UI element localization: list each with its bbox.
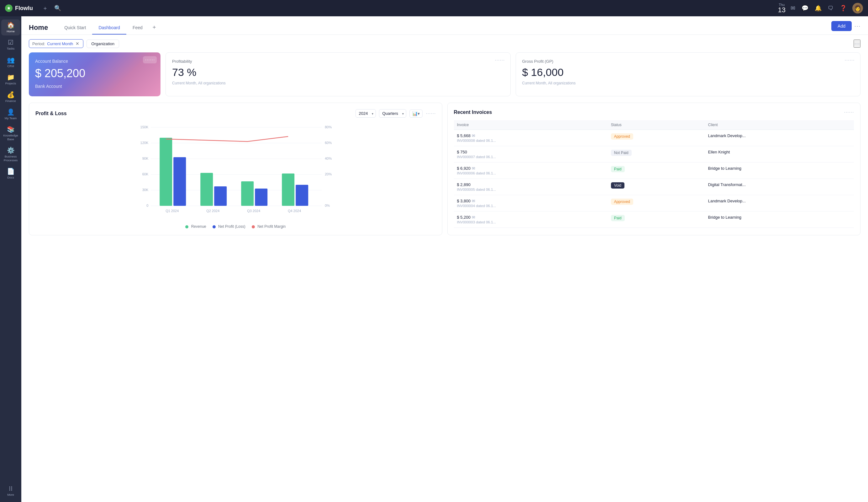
filter-more-btn[interactable]: ⋯ <box>854 40 860 48</box>
q1-profit-bar <box>173 157 186 206</box>
chat-icon-btn[interactable]: 💬 <box>799 3 811 13</box>
invoices-options-btn[interactable]: ⋯⋯ <box>844 109 854 115</box>
svg-text:40%: 40% <box>325 157 332 160</box>
chart-svg-container: 150K 120K 90K 60K 30K 0 80% 60% 40% 20% … <box>35 123 436 221</box>
header-more-button[interactable]: ⋯ <box>854 22 860 30</box>
year-select-wrap: 202420232022 <box>355 109 376 118</box>
svg-text:0%: 0% <box>325 204 330 208</box>
sidebar-item-myteam[interactable]: 👤 My Team <box>1 106 20 122</box>
sidebar-label-docs: Docs <box>7 176 14 179</box>
svg-text:80%: 80% <box>325 125 332 129</box>
mail-icon-btn[interactable]: ✉ <box>788 3 798 13</box>
mail-icon: ✉ <box>472 215 475 220</box>
docs-icon: 📄 <box>7 168 15 174</box>
org-filter-btn[interactable]: Organization <box>86 40 119 48</box>
sidebar-item-projects[interactable]: 📁 Projects <box>1 71 20 88</box>
logo-icon <box>5 4 12 12</box>
invoices-title: Recent Invoices <box>454 110 844 115</box>
profit-meta: Current Month, All organizations <box>172 81 504 86</box>
user-avatar[interactable]: 👩 <box>852 3 863 13</box>
sidebar-item-finance[interactable]: 💰 Finance <box>1 89 20 105</box>
invoice-id: INV000008 dated 06.1... <box>457 139 605 142</box>
chart-type-btn[interactable]: 📊▾ <box>410 110 423 118</box>
revenue-dot <box>185 225 188 228</box>
q4-label: Q4 2024 <box>288 209 301 213</box>
profit-label: Profitability <box>172 59 504 64</box>
sidebar-label-tasks: Tasks <box>7 47 14 50</box>
account-card-options[interactable]: ⋯⋯ <box>143 56 157 63</box>
q4-profit-bar <box>296 185 308 206</box>
svg-text:0: 0 <box>146 204 148 208</box>
mail-icon: ✉ <box>472 166 475 171</box>
period-select-wrap: QuartersMonths <box>379 109 406 118</box>
invoice-row[interactable]: $ 2,890 INV000005 dated 06.1... Void Dig… <box>454 179 854 195</box>
profit-card-options[interactable]: ⋯⋯ <box>493 57 507 64</box>
status-badge: Paid <box>611 166 625 172</box>
q2-label: Q2 2024 <box>206 209 219 213</box>
add-dashboard-button[interactable]: Add <box>831 21 852 31</box>
revenue-label: Revenue <box>191 224 206 229</box>
invoices-thead: Invoice Status Client <box>454 120 854 130</box>
sidebar-item-more[interactable]: ⁞⁞ More <box>1 483 20 499</box>
tab-quickstart[interactable]: Quick Start <box>58 21 92 34</box>
tab-dashboard[interactable]: Dashboard <box>92 21 126 34</box>
client-cell: Ellen Knight <box>705 146 854 162</box>
sidebar-item-home[interactable]: 🏠 Home <box>1 19 20 36</box>
svg-text:60%: 60% <box>325 141 332 145</box>
invoices-header: Recent Invoices ⋯⋯ <box>454 109 854 115</box>
tab-feed[interactable]: Feed <box>126 21 149 34</box>
sidebar-item-business[interactable]: ⚙️ Business Processes <box>1 145 20 164</box>
dashboard-content: ⋯⋯ Account Balance $ 205,200 Bank Accoun… <box>21 52 868 502</box>
help-icon-btn[interactable]: ❓ <box>837 3 849 13</box>
client-cell: Landmark Develop... <box>705 130 854 146</box>
sidebar-item-crm[interactable]: 👥 CRM <box>1 54 20 70</box>
search-button[interactable]: 🔍 <box>51 3 64 13</box>
bell-icon-btn[interactable]: 🔔 <box>812 3 824 13</box>
invoice-row[interactable]: $ 5,200✉ INV000003 dated 06.1... Paid Br… <box>454 211 854 228</box>
sidebar-label-knowledge: Knowledge Base <box>3 134 18 141</box>
gp-card-options[interactable]: ⋯⋯ <box>843 57 856 64</box>
sidebar-label-finance: Finance <box>5 99 16 103</box>
status-cell: Paid <box>608 211 705 228</box>
add-button[interactable]: ＋ <box>39 2 51 14</box>
col-status: Status <box>608 120 705 130</box>
col-client: Client <box>705 120 854 130</box>
legend-net-profit: Net Profit (Loss) <box>213 224 246 229</box>
crm-icon: 👥 <box>7 57 15 63</box>
svg-text:90K: 90K <box>142 157 148 160</box>
year-select[interactable]: 202420232022 <box>355 109 376 118</box>
status-badge: Not Paid <box>611 150 632 156</box>
q1-revenue-bar <box>159 138 172 206</box>
finance-icon: 💰 <box>7 92 15 98</box>
mail-icon: ✉ <box>472 199 475 203</box>
sidebar-label-home: Home <box>7 30 14 33</box>
client-cell: Digital Transformat... <box>705 179 854 195</box>
knowledge-icon: 📚 <box>7 126 15 132</box>
app-logo[interactable]: Flowlu <box>5 4 33 12</box>
chart-options-btn[interactable]: ⋯⋯ <box>426 110 436 117</box>
tab-add-button[interactable]: ＋ <box>149 21 159 33</box>
client-cell: Bridge to Learning <box>705 211 854 228</box>
margin-line <box>166 137 288 141</box>
invoices-table: Invoice Status Client $ 5,668✉ INV000008… <box>454 120 854 228</box>
sidebar-item-docs[interactable]: 📄 Docs <box>1 165 20 182</box>
status-cell: Not Paid <box>608 146 705 162</box>
legend-margin: Net Profit Margin <box>252 224 286 229</box>
period-select[interactable]: QuartersMonths <box>379 109 406 118</box>
invoice-row[interactable]: $ 3,800✉ INV000004 dated 06.1... Approve… <box>454 195 854 211</box>
comment-icon-btn[interactable]: 🗨 <box>825 3 836 13</box>
invoice-row[interactable]: $ 5,668✉ INV000008 dated 06.1... Approve… <box>454 130 854 146</box>
invoice-row[interactable]: $ 750 INV000007 dated 06.1... Not Paid E… <box>454 146 854 162</box>
profit-loss-chart: 150K 120K 90K 60K 30K 0 80% 60% 40% 20% … <box>35 123 436 220</box>
sidebar-item-tasks[interactable]: ☑ Tasks <box>1 37 20 53</box>
period-filter-chip[interactable]: Period: Current Month ✕ <box>29 39 83 48</box>
period-filter-close[interactable]: ✕ <box>75 41 80 46</box>
profit-value: 73 % <box>172 66 504 79</box>
profitability-card: ⋯⋯ Profitability 73 % Current Month, All… <box>166 52 511 96</box>
gp-value: $ 16,000 <box>522 66 854 79</box>
invoice-row[interactable]: $ 6,920✉ INV000006 dated 06.1... Paid Br… <box>454 162 854 179</box>
gross-profit-card: ⋯⋯ Gross Profit (GP) $ 16,000 Current Mo… <box>516 52 861 96</box>
net-profit-dot <box>213 225 216 228</box>
period-label: Period: <box>32 41 45 46</box>
sidebar-item-knowledge[interactable]: 📚 Knowledge Base <box>1 124 20 143</box>
